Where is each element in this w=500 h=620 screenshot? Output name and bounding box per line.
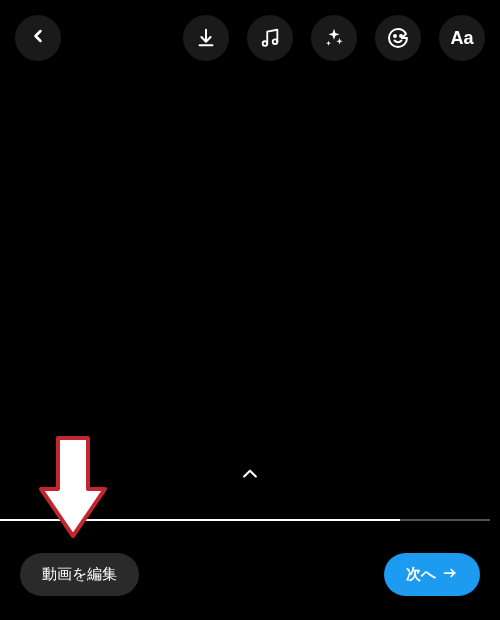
svg-point-2 [273,39,278,44]
edit-video-button[interactable]: 動画を編集 [20,553,139,596]
back-chevron-icon [28,26,48,50]
svg-point-1 [263,41,268,46]
top-toolbar: Aa [0,15,500,61]
text-tool-icon: Aa [450,29,473,47]
svg-point-4 [400,35,402,37]
download-button[interactable] [183,15,229,61]
timeline-progress [0,519,400,521]
sparkle-icon [323,27,345,49]
next-button[interactable]: 次へ [384,553,480,596]
next-label: 次へ [406,565,436,584]
text-button[interactable]: Aa [439,15,485,61]
music-button[interactable] [247,15,293,61]
music-note-icon [259,27,281,49]
arrow-right-icon [442,566,458,583]
edit-video-label: 動画を編集 [42,565,117,582]
chevron-up-icon [234,464,266,488]
sticker-smiley-icon [386,26,410,50]
download-icon [195,27,217,49]
svg-point-3 [394,35,396,37]
timeline-remaining [400,519,490,521]
back-button[interactable] [15,15,61,61]
effects-button[interactable] [311,15,357,61]
sticker-button[interactable] [375,15,421,61]
tutorial-arrow-icon [33,434,113,548]
bottom-bar: 動画を編集 次へ [0,553,500,596]
tool-group: Aa [183,15,485,61]
expand-panel-button[interactable] [0,464,500,488]
timeline-track[interactable] [0,519,500,521]
